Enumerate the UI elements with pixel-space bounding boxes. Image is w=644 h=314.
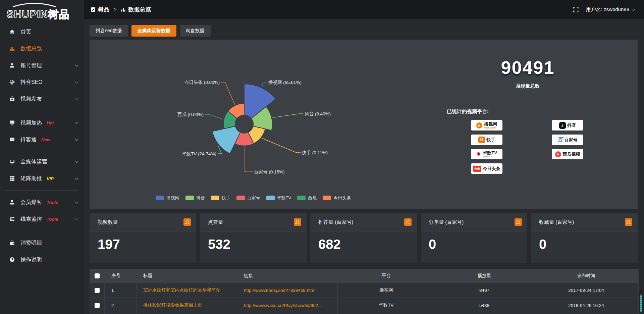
- sidebar-item-doketong[interactable]: 抖客通 New: [0, 131, 84, 148]
- sidebar-item-label: 全媒体运营: [20, 158, 47, 165]
- summary-panel: 90491 展现量总数 已统计的视频平台: ▶ 播视网boosj.com ♪ 抖…: [417, 40, 638, 209]
- shupin-crumb-icon: [91, 7, 96, 12]
- sidebar-item-operation-guide[interactable]: ? 操作说明: [0, 251, 84, 268]
- legend-label: 播视网: [166, 195, 179, 201]
- main-content: 抖音seo数据 全媒体运营数据 询盘数据 播视网 (65.61%)抖音 (9.4…: [84, 19, 644, 314]
- data-tabs: 抖音seo数据 全媒体运营数据 询盘数据: [90, 25, 638, 37]
- cell-link[interactable]: http://www.wasu.cn/Play/show/id/952...: [237, 298, 338, 313]
- tools-badge: Tools: [47, 200, 58, 205]
- legend-label: 百家号: [247, 195, 260, 201]
- user-menu[interactable]: 用户名: zswodun88: [586, 6, 635, 13]
- sidebar-item-video-publish[interactable]: 视频发布: [0, 91, 84, 107]
- legend-swatch: [323, 196, 331, 200]
- fullscreen-icon[interactable]: [573, 7, 579, 12]
- legend-item[interactable]: 快手: [211, 195, 230, 201]
- stat-title: 分享量 (百家号): [429, 219, 464, 225]
- legend-item[interactable]: 百家号: [236, 195, 260, 201]
- total-badge: 总: [294, 218, 301, 226]
- cell-platform: 播视网: [338, 283, 435, 298]
- select-all-checkbox[interactable]: [95, 273, 100, 278]
- stat-card-recommendations: 推荐量 (百家号)总 682: [310, 213, 417, 263]
- platform-badge-xigua: ▶ 西瓜视频: [552, 149, 583, 159]
- legend-item[interactable]: 抖音: [185, 195, 205, 201]
- sidebar-item-matrix-boost[interactable]: 矩阵助推 VIP: [0, 170, 84, 187]
- platform-badge-douyin: ♪ 抖音: [552, 120, 583, 130]
- sidebar-item-video-heating[interactable]: 视频加热 Hot: [0, 114, 84, 131]
- scrollbar-thumb[interactable]: [640, 295, 642, 312]
- sidebar-item-label: 数据总览: [20, 45, 42, 52]
- cell-publish-time: 2017-08-24 17:04: [534, 283, 639, 298]
- sidebar-item-label: 消费明细: [20, 240, 42, 247]
- stat-card-video-count: 视频数量总 197: [90, 213, 196, 263]
- sidebar-item-label: 线索监控: [20, 216, 42, 223]
- bar-chart-icon: [9, 45, 15, 52]
- boosj-logo-icon: ▶: [476, 122, 482, 128]
- sidebar-item-douyin-seo[interactable]: 抖音SEO: [0, 74, 84, 91]
- platform-name: 今日头条: [483, 166, 500, 172]
- stat-title: 点赞量: [208, 219, 223, 225]
- baijiahao-logo-icon: 百: [558, 137, 563, 143]
- legend-swatch: [211, 196, 219, 200]
- breadcrumb-root[interactable]: 树品: [98, 6, 109, 13]
- stat-card-favorites: 收藏量 (百家号)总 0: [531, 213, 638, 263]
- pie-label-line: [244, 147, 253, 172]
- cell-link[interactable]: http://www.boosj.com/7338468.html: [237, 283, 338, 298]
- col-publish-time: 发布时间: [534, 269, 639, 283]
- pie-label: 西瓜 (0.00%): [177, 112, 204, 117]
- video-publish-icon: [9, 96, 15, 102]
- legend-label: 西瓜: [308, 195, 317, 201]
- sidebar-item-consumption-detail[interactable]: 消费明细: [0, 234, 84, 251]
- breadcrumb-separator: >: [114, 7, 116, 12]
- sidebar-divider: [5, 111, 78, 111]
- toutiao-logo-icon: 头条: [473, 166, 481, 172]
- top-header: 树品 > 数据总览 用户名: zswodun88: [84, 0, 644, 19]
- tab-inquiry-data[interactable]: 询盘数据: [180, 25, 211, 37]
- platform-name: 播视网: [484, 122, 497, 126]
- sidebar-item-member-baoke[interactable]: 会员爆客 Tools: [0, 194, 84, 211]
- col-index: 序号: [105, 269, 137, 283]
- platforms-label: 已统计的视频平台:: [447, 108, 638, 115]
- platform-badge-wasu: ✸ 华数TVwasu.cn: [471, 149, 502, 159]
- platform-badge-toutiao: 头条 今日头条: [471, 163, 502, 174]
- row-checkbox[interactable]: [95, 303, 100, 308]
- col-plays: 播放量: [435, 269, 534, 283]
- cell-title[interactable]: 室外水纹灯和室内水纹灯的区别和简介: [137, 283, 237, 298]
- sidebar-item-home[interactable]: 首页: [0, 23, 84, 40]
- pie-label: 今日头条 (0.00%): [184, 80, 220, 85]
- gear-icon: [9, 79, 15, 86]
- wasu-logo-icon: ✸: [476, 151, 481, 157]
- cell-title[interactable]: 楼体投影灯投影效果震撼上市: [137, 298, 237, 313]
- legend-item[interactable]: 今日头条: [323, 195, 351, 201]
- chevron-down-icon: [74, 216, 78, 220]
- table-row: 2 楼体投影灯投影效果震撼上市 http://www.wasu.cn/Play/…: [90, 298, 639, 313]
- monitor-play-icon: [9, 119, 15, 126]
- help-icon: ?: [9, 256, 15, 263]
- col-title: 标题: [137, 269, 237, 283]
- monitor-icon: [9, 158, 15, 165]
- platform-badge-boosj: ▶ 播视网boosj.com: [471, 120, 502, 130]
- stat-cards-row: 视频数量总 197 点赞量总 532 推荐量 (百家号)总 682 分享量 (百…: [90, 213, 638, 263]
- sidebar-item-label: 视频加热: [20, 119, 42, 126]
- stat-value: 0: [429, 237, 527, 252]
- tab-omni-media-data[interactable]: 全媒体运营数据: [131, 25, 176, 37]
- platform-name: 抖音: [568, 122, 576, 128]
- platform-name: 华数TV: [483, 151, 497, 155]
- pie-label: 百家号 (0.15%): [254, 169, 285, 174]
- pie-label-line: [221, 82, 235, 104]
- cell-platform: 华数TV: [338, 298, 435, 313]
- tab-douyin-seo-data[interactable]: 抖音seo数据: [90, 25, 128, 37]
- legend-item[interactable]: 播视网: [156, 195, 179, 201]
- sidebar-item-account-management[interactable]: 账号管理: [0, 57, 84, 74]
- sidebar-item-lead-monitoring[interactable]: 线索监控 Tools: [0, 211, 84, 227]
- sidebar-item-omni-media-operation[interactable]: 全媒体运营: [0, 153, 84, 170]
- legend-swatch: [236, 196, 245, 200]
- logo-text: SHUPIN树品: [7, 7, 84, 21]
- sidebar-item-data-overview[interactable]: 数据总览: [0, 40, 84, 57]
- legend-item[interactable]: 西瓜: [297, 195, 317, 201]
- legend-item[interactable]: 华数TV: [266, 195, 291, 201]
- row-checkbox[interactable]: [95, 288, 100, 293]
- sidebar-item-label: 抖客通: [20, 136, 37, 143]
- hot-badge: Hot: [47, 120, 54, 125]
- pie-slice-华数TV[interactable]: [212, 126, 240, 154]
- chevron-down-icon: [74, 176, 78, 179]
